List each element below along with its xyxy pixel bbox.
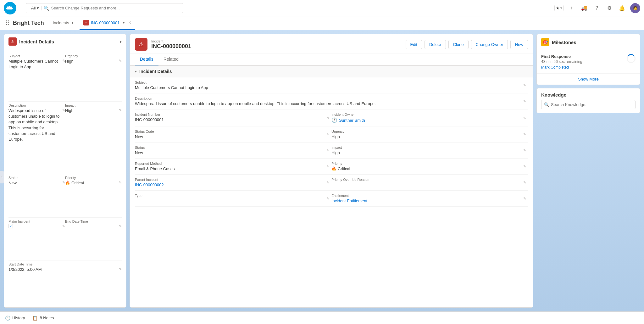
milestone-first-response: First Response 43 min 56 sec remaining M… (537, 50, 640, 74)
clone-button[interactable]: Clone (448, 40, 469, 49)
chevron-down-icon: ▾ (72, 21, 73, 25)
edit-icon[interactable]: ✎ (523, 116, 526, 120)
show-more-link[interactable]: Show More (578, 77, 599, 81)
section-chevron-icon: ▾ (135, 69, 137, 74)
tab-record-inc[interactable]: ⚠ INC-000000001 ▾ ✕ (80, 16, 135, 30)
delete-button[interactable]: Delete (425, 40, 446, 49)
urgency-field-value: High (331, 134, 522, 139)
mark-completed-link[interactable]: Mark Completed (541, 65, 624, 70)
record-content: ▾ Incident Details Subject Multiple Cust… (130, 66, 533, 307)
panel-header: ⚠ Incident Details ▾ (4, 34, 126, 49)
description-label: Description (8, 103, 65, 107)
subject-label: Subject (8, 54, 65, 58)
edit-icon[interactable]: ✎ (523, 99, 526, 103)
new-button[interactable]: New (510, 40, 528, 49)
major-incident-label: Major Incident (8, 220, 65, 223)
knowledge-search[interactable]: 🔍 (541, 100, 636, 109)
app-name-area: ⠿ Bright Tech (3, 20, 47, 27)
tab-incidents[interactable]: Incidents ▾ (49, 16, 77, 30)
field-urgency: Urgency High ✎ (65, 52, 122, 102)
edit-icon[interactable]: ✎ (62, 224, 65, 229)
record-field-urgency: Urgency High ✎ (331, 126, 528, 142)
flame-icon: 🔥 (331, 166, 336, 171)
flame-icon: 🔥 (65, 180, 70, 186)
add-button[interactable]: ＋ (567, 4, 576, 13)
status-label: Status (8, 176, 65, 180)
edit-icon[interactable]: ✎ (523, 148, 526, 153)
service-icon[interactable]: 🚚 (580, 4, 589, 13)
nav-icons-group: ★ ▾ ＋ 🚚 ? ⚙ 🔔 🧑 (554, 3, 640, 13)
notifications-icon[interactable]: 🔔 (618, 4, 626, 13)
urgency-value: High ✎ (65, 59, 122, 64)
edit-icon[interactable]: ✎ (119, 180, 122, 185)
field-priority: Priority 🔥 Critical ✎ (65, 174, 122, 218)
notes-item[interactable]: 📋 8 Notes (32, 316, 54, 321)
edit-icon[interactable]: ✎ (523, 83, 526, 87)
edit-icon[interactable]: ✎ (327, 132, 330, 137)
avatar[interactable]: 🧑 (630, 3, 640, 13)
owner-link[interactable]: Gunther Smith (339, 118, 365, 123)
panel-chevron-icon[interactable]: ▾ (119, 39, 122, 44)
panel-expand-handle[interactable]: › (0, 171, 4, 183)
milestone-time: 43 min 56 sec remaining (541, 59, 624, 64)
inc-number-value: INC-000000001 (135, 117, 325, 122)
edit-icon[interactable]: ✎ (62, 180, 65, 185)
top-navigation: All ▾ 🔍 ★ ▾ ＋ 🚚 ? ⚙ 🔔 🧑 (0, 0, 644, 16)
entitlement-value[interactable]: Incident Entitlement (331, 198, 522, 203)
change-owner-button[interactable]: Change Owner (471, 40, 508, 49)
field-end-date: End Date Time ✎ (65, 218, 122, 260)
edit-icon[interactable]: ✎ (523, 197, 526, 201)
record-type-label: Incident (151, 39, 402, 43)
edit-icon[interactable]: ✎ (327, 181, 330, 185)
settings-icon[interactable]: ⚙ (605, 4, 614, 13)
edit-icon[interactable]: ✎ (523, 181, 526, 185)
end-date-value: ✎ (65, 224, 122, 229)
edit-icon[interactable]: ✎ (327, 197, 330, 201)
search-scope-dropdown[interactable]: All ▾ (29, 6, 42, 10)
parent-incident-value[interactable]: INC-000000002 (135, 182, 325, 187)
tab-related[interactable]: Related (158, 53, 184, 65)
inc-number-label: Incident Number (135, 113, 325, 116)
edit-icon[interactable]: ✎ (327, 116, 330, 120)
tab-details[interactable]: Details (135, 53, 158, 65)
priority-field-label: Priority (331, 162, 522, 165)
record-field-owner: Incident Owner 🕐 Gunther Smith ✎ (331, 109, 528, 126)
chevron-down-icon: ▾ (560, 6, 562, 10)
checkbox[interactable]: ✓ (8, 224, 13, 228)
section-title: Incident Details (139, 69, 172, 74)
description-value: Widespread issue of customers unable to … (8, 108, 65, 142)
start-date-value: 1/3/2022, 5:00 AM ✎ (8, 267, 122, 272)
field-start-date: Start Date Time 1/3/2022, 5:00 AM ✎ (8, 260, 122, 304)
edit-icon[interactable]: ✎ (523, 132, 526, 137)
type-label: Type (135, 194, 325, 198)
impact-field-label: Impact (331, 146, 522, 149)
edit-icon[interactable]: ✎ (523, 165, 526, 169)
knowledge-card: Knowledge 🔍 (536, 88, 640, 113)
history-item[interactable]: 🕐 History (5, 316, 25, 321)
edit-icon[interactable]: ✎ (327, 148, 330, 153)
edit-icon[interactable]: ✎ (62, 108, 65, 113)
edit-icon[interactable]: ✎ (119, 108, 122, 113)
edit-icon[interactable]: ✎ (62, 59, 65, 63)
tab-close-icon[interactable]: ✕ (128, 20, 131, 25)
priority-field-value: 🔥 Critical (331, 166, 522, 171)
edit-icon[interactable]: ✎ (119, 267, 122, 271)
search-input[interactable] (51, 6, 180, 10)
edit-icon[interactable]: ✎ (119, 59, 122, 63)
favorites-button[interactable]: ★ ▾ (554, 5, 564, 11)
edit-button[interactable]: Edit (406, 40, 422, 49)
notes-label: 8 Notes (40, 316, 54, 320)
search-bar[interactable]: All ▾ 🔍 (26, 3, 183, 13)
milestones-title: Milestones (552, 40, 576, 45)
section-incident-details[interactable]: ▾ Incident Details (130, 66, 533, 77)
grid-icon[interactable]: ⠿ (5, 20, 10, 27)
record-field-description: Description Widespread issue of customer… (135, 93, 528, 109)
edit-icon[interactable]: ✎ (327, 165, 330, 169)
record-field-inc-number: Incident Number INC-000000001 ✎ (135, 109, 331, 126)
knowledge-search-input[interactable] (551, 102, 633, 107)
help-icon[interactable]: ? (592, 4, 601, 13)
record-field-priority-override: Priority Override Reason ✎ (331, 175, 528, 191)
edit-icon[interactable]: ✎ (119, 224, 122, 229)
milestone-name: First Response (541, 54, 624, 59)
start-date-label: Start Date Time (8, 262, 122, 266)
